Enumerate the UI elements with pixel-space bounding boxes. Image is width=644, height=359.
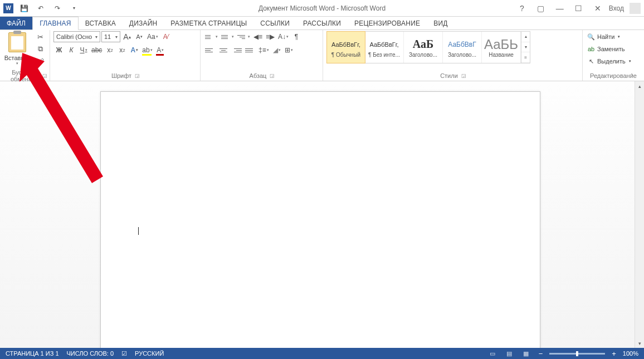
line-spacing-button[interactable]: ‡≡: [257, 45, 270, 56]
sort-button[interactable]: A↓: [277, 31, 290, 42]
zoom-in-button[interactable]: +: [609, 350, 618, 358]
replace-button[interactable]: ab Заменить: [586, 43, 632, 55]
tab-view[interactable]: ВИД: [427, 17, 454, 29]
numbering-button[interactable]: [220, 31, 235, 42]
tab-home[interactable]: ГЛАВНАЯ: [32, 17, 78, 30]
redo-icon[interactable]: ↷: [51, 2, 64, 14]
scroll-up-icon[interactable]: ▴: [635, 81, 644, 91]
clipboard-icon: [8, 32, 26, 52]
login-link[interactable]: Вход: [609, 4, 624, 12]
group-font-label: Шрифт: [111, 72, 131, 79]
tab-layout[interactable]: РАЗМЕТКА СТРАНИЦЫ: [164, 17, 253, 29]
undo-icon[interactable]: ↶: [35, 2, 47, 14]
qat-customize-icon[interactable]: ▾: [68, 2, 80, 14]
group-styles-label: Стили: [440, 72, 458, 79]
font-name-combo[interactable]: Calibri (Осно▾: [53, 31, 100, 42]
word-app-icon: W: [3, 3, 13, 13]
replace-icon: ab: [587, 45, 595, 53]
styles-gallery-down-icon[interactable]: ▾: [521, 42, 530, 53]
view-read-mode-icon[interactable]: ▭: [486, 348, 499, 358]
format-painter-icon[interactable]: 🖌: [35, 56, 46, 67]
maximize-icon[interactable]: ☐: [571, 2, 587, 15]
justify-button[interactable]: [244, 45, 256, 56]
ribbon-options-icon[interactable]: ▢: [533, 2, 549, 15]
help-icon[interactable]: ?: [514, 2, 530, 15]
change-case-button[interactable]: Aa: [146, 31, 159, 42]
scroll-down-icon[interactable]: ▾: [635, 338, 644, 348]
close-icon[interactable]: ✕: [590, 2, 606, 15]
italic-button[interactable]: К: [66, 45, 77, 56]
status-language[interactable]: РУССКИЙ: [135, 350, 164, 357]
style-no-spacing[interactable]: АаБбВвГг, ¶ Без инте...: [365, 32, 404, 63]
paste-button[interactable]: Вставить ▾: [3, 31, 31, 66]
shrink-font-button[interactable]: A▾: [134, 31, 145, 42]
save-icon[interactable]: 💾: [18, 2, 30, 14]
show-marks-button[interactable]: ¶: [291, 31, 302, 42]
group-editing: 🔍 Найти ▾ ab Заменить ↖ Выделить ▾ Редак…: [583, 30, 644, 81]
bullets-button[interactable]: [204, 31, 219, 42]
shading-button[interactable]: ◢: [271, 45, 282, 56]
strikethrough-button[interactable]: abc: [90, 45, 103, 56]
minimize-icon[interactable]: —: [552, 2, 568, 15]
zoom-out-button[interactable]: −: [536, 350, 545, 358]
align-left-button[interactable]: [204, 45, 216, 56]
font-size-combo[interactable]: 11▾: [101, 31, 120, 42]
tab-mailings[interactable]: РАССЫЛКИ: [296, 17, 348, 29]
text-cursor: [138, 227, 139, 235]
align-right-button[interactable]: [231, 45, 243, 56]
group-font: Calibri (Осно▾ 11▾ A▴ A▾ Aa A⁄ Ж К Ч abc…: [50, 30, 201, 81]
group-clipboard: Вставить ▾ ✂ ⧉ 🖌 Буфер обмена◲: [0, 30, 50, 81]
paste-label: Вставить: [4, 55, 31, 61]
copy-icon[interactable]: ⧉: [35, 43, 46, 55]
paragraph-launcher-icon[interactable]: ◲: [270, 73, 275, 78]
document-page[interactable]: [100, 91, 540, 359]
ribbon-tabs: ФАЙЛ ГЛАВНАЯ ВСТАВКА ДИЗАЙН РАЗМЕТКА СТР…: [0, 17, 644, 30]
group-clipboard-label: Буфер обмена: [3, 69, 39, 82]
status-bar: СТРАНИЦА 1 ИЗ 1 ЧИСЛО СЛОВ: 0 ☑ РУССКИЙ …: [0, 348, 644, 359]
styles-gallery-up-icon[interactable]: ▴: [521, 32, 530, 42]
status-page[interactable]: СТРАНИЦА 1 ИЗ 1: [6, 350, 59, 357]
bold-button[interactable]: Ж: [53, 45, 65, 56]
clear-formatting-icon[interactable]: A⁄: [160, 31, 172, 42]
font-color-button[interactable]: A: [155, 45, 166, 56]
status-proofing-icon[interactable]: ☑: [121, 350, 127, 357]
align-center-button[interactable]: [217, 45, 230, 56]
borders-button[interactable]: ⊞: [284, 45, 295, 56]
style-normal[interactable]: АаБбВвГг, ¶ Обычный: [326, 31, 365, 63]
select-button[interactable]: ↖ Выделить ▾: [586, 56, 632, 67]
document-area: ▴ ▾: [0, 81, 644, 348]
view-web-layout-icon[interactable]: ▦: [520, 348, 532, 358]
decrease-indent-button[interactable]: ◀≡: [252, 31, 264, 42]
status-word-count[interactable]: ЧИСЛО СЛОВ: 0: [67, 350, 114, 357]
collapse-ribbon-icon[interactable]: ˆ: [631, 73, 633, 80]
vertical-scrollbar[interactable]: ▴ ▾: [635, 81, 644, 348]
avatar-icon[interactable]: [630, 3, 641, 14]
style-title[interactable]: АаБЬ Название: [482, 32, 521, 63]
text-effects-button[interactable]: A: [129, 45, 140, 56]
styles-gallery: АаБбВвГг, ¶ Обычный АаБбВвГг, ¶ Без инте…: [326, 31, 530, 63]
tab-file[interactable]: ФАЙЛ: [0, 17, 32, 29]
superscript-button[interactable]: x2: [116, 45, 128, 56]
tab-review[interactable]: РЕЦЕНЗИРОВАНИЕ: [348, 17, 427, 29]
grow-font-button[interactable]: A▴: [121, 31, 133, 42]
style-heading2[interactable]: АаБбВвГ Заголово...: [443, 32, 482, 63]
zoom-level[interactable]: 100%: [623, 350, 638, 357]
multilevel-list-button[interactable]: [236, 31, 251, 42]
style-heading1[interactable]: АаБ Заголово...: [404, 32, 443, 63]
find-button[interactable]: 🔍 Найти ▾: [586, 31, 632, 42]
group-paragraph-label: Абзац: [250, 72, 267, 79]
tab-insert[interactable]: ВСТАВКА: [79, 17, 123, 29]
cut-icon[interactable]: ✂: [35, 31, 46, 42]
tab-references[interactable]: ССЫЛКИ: [253, 17, 296, 29]
view-print-layout-icon[interactable]: ▤: [503, 348, 515, 358]
styles-gallery-expand-icon[interactable]: ≡: [521, 52, 530, 63]
zoom-slider[interactable]: [549, 353, 605, 355]
underline-button[interactable]: Ч: [78, 45, 89, 56]
styles-launcher-icon[interactable]: ◲: [461, 73, 466, 78]
increase-indent-button[interactable]: ≡▶: [265, 31, 276, 42]
font-launcher-icon[interactable]: ◲: [135, 73, 140, 78]
clipboard-launcher-icon[interactable]: ◲: [42, 73, 47, 78]
subscript-button[interactable]: x2: [104, 45, 115, 56]
highlight-button[interactable]: ab: [141, 45, 153, 56]
tab-design[interactable]: ДИЗАЙН: [123, 17, 164, 29]
